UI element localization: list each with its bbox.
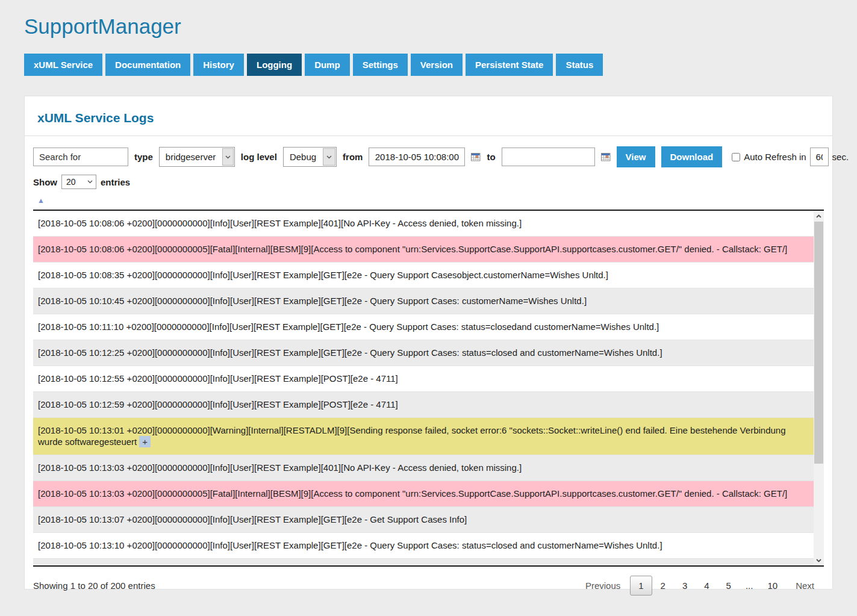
- vertical-scrollbar[interactable]: [814, 211, 824, 565]
- log-column-header[interactable]: ▲: [33, 189, 824, 211]
- log-row-text: [2018-10-05 10:12:59 +0200][0000000000][…: [38, 399, 398, 409]
- pagination-ellipsis: ...: [740, 576, 759, 596]
- pagination: Previous 12345...10 Next: [576, 576, 824, 596]
- log-row-text: [2018-10-05 10:12:55 +0200][0000000000][…: [38, 373, 398, 384]
- show-entries-value: 20: [66, 177, 76, 187]
- log-row-info: [2018-10-05 10:08:06 +0200][0000000000][…: [33, 211, 814, 236]
- pagination-page-5[interactable]: 5: [718, 576, 740, 596]
- scrollbar-thumb[interactable]: [814, 222, 823, 464]
- filter-toolbar: type bridgeserver log level Debug from: [25, 136, 832, 167]
- pagination-page-4[interactable]: 4: [696, 576, 717, 596]
- log-row-fatal: [2018-10-05 10:08:06 +0200][0000000005][…: [33, 236, 814, 262]
- log-row-text: [2018-10-05 10:08:06 +0200][0000000000][…: [38, 218, 522, 228]
- scroll-up-arrow[interactable]: [814, 211, 824, 221]
- log-row-text: [2018-10-05 10:13:07 +0200][0000000000][…: [38, 514, 467, 524]
- top-header: SupportManager: [0, 0, 857, 39]
- to-calendar-icon[interactable]: [601, 152, 611, 162]
- page-title: xUML Service Logs: [37, 111, 154, 125]
- entries-label: entries: [101, 177, 130, 187]
- pagination-page-2[interactable]: 2: [652, 576, 674, 596]
- tab-dump[interactable]: Dump: [305, 54, 350, 76]
- type-label: type: [134, 152, 153, 162]
- log-row-text: [2018-10-05 10:08:35 +0200][0000000000][…: [38, 270, 608, 280]
- logs-panel: xUML Service Logs type bridgeserver log …: [24, 96, 833, 590]
- tab-persistent-state[interactable]: Persistent State: [466, 54, 553, 76]
- tab-settings[interactable]: Settings: [353, 54, 408, 76]
- pagination-page-10[interactable]: 10: [759, 576, 786, 596]
- auto-refresh-group: Auto Refresh in sec.: [732, 148, 849, 166]
- tab-xuml-service[interactable]: xUML Service: [24, 54, 102, 76]
- pagination-previous[interactable]: Previous: [576, 576, 630, 596]
- search-input[interactable]: [33, 148, 128, 166]
- to-label: to: [487, 152, 495, 162]
- log-row-text: [2018-10-05 10:13:10 +0200][0000000000][…: [38, 540, 662, 550]
- log-row-text: [2018-10-05 10:12:25 +0200][0000000000][…: [38, 347, 662, 358]
- chevron-down-icon: [87, 180, 93, 184]
- pagination-next[interactable]: Next: [786, 576, 824, 596]
- view-button[interactable]: View: [617, 146, 655, 167]
- show-entries-control: Show 20 entries: [25, 167, 832, 189]
- log-row-info: [2018-10-05 10:12:25 +0200][0000000000][…: [33, 340, 814, 366]
- log-row-text: [2018-10-05 10:13:03 +0200][0000000000][…: [38, 462, 522, 473]
- log-row-text: [2018-10-05 10:08:06 +0200][0000000005][…: [38, 244, 787, 254]
- log-row-info: [2018-10-05 10:13:10 +0200][0000000000][…: [33, 532, 814, 558]
- app-title: SupportManager: [24, 14, 833, 39]
- from-label: from: [343, 152, 363, 162]
- log-row-text: [2018-10-05 10:13:55 +0200][0000000000][…: [38, 566, 380, 567]
- pagination-page-3[interactable]: 3: [674, 576, 696, 596]
- loglevel-select[interactable]: Debug: [283, 147, 337, 167]
- log-row-fatal: [2018-10-05 10:13:03 +0200][0000000005][…: [33, 481, 814, 506]
- log-table-body: [2018-10-05 10:08:06 +0200][0000000000][…: [33, 211, 814, 567]
- to-date-input[interactable]: [502, 148, 595, 166]
- log-row-info: [2018-10-05 10:13:03 +0200][0000000000][…: [33, 455, 814, 481]
- log-row-text: [2018-10-05 10:13:03 +0200][0000000005][…: [38, 488, 787, 499]
- auto-refresh-label: Auto Refresh in: [744, 152, 806, 162]
- log-row-info: [2018-10-05 10:12:55 +0200][0000000000][…: [33, 366, 814, 391]
- auto-refresh-unit: sec.: [832, 152, 849, 162]
- from-date-input[interactable]: [369, 148, 465, 166]
- log-row-info: [2018-10-05 10:13:55 +0200][0000000000][…: [33, 558, 814, 567]
- log-row-info: [2018-10-05 10:13:07 +0200][0000000000][…: [33, 506, 814, 532]
- chevron-down-icon: [323, 148, 335, 166]
- log-row-info: [2018-10-05 10:08:35 +0200][0000000000][…: [33, 262, 814, 288]
- tab-version[interactable]: Version: [411, 54, 463, 76]
- type-select-value: bridgeserver: [160, 148, 222, 166]
- expand-row-button[interactable]: +: [139, 436, 151, 447]
- show-label: Show: [33, 177, 57, 187]
- showing-info: Showing 1 to 20 of 200 entries: [33, 580, 155, 591]
- show-entries-select[interactable]: 20: [61, 175, 96, 189]
- download-button[interactable]: Download: [661, 146, 723, 167]
- log-row-info: [2018-10-05 10:10:45 +0200][0000000000][…: [33, 288, 814, 314]
- panel-header: xUML Service Logs: [25, 96, 832, 136]
- tab-history[interactable]: History: [193, 54, 244, 76]
- pagination-pages: 12345...10: [630, 576, 786, 596]
- log-row-info: [2018-10-05 10:12:59 +0200][0000000000][…: [33, 391, 814, 417]
- scroll-down-arrow[interactable]: [814, 555, 824, 565]
- table-footer: Showing 1 to 20 of 200 entries Previous …: [25, 567, 832, 596]
- loglevel-select-value: Debug: [284, 148, 322, 166]
- type-select[interactable]: bridgeserver: [159, 147, 235, 167]
- auto-refresh-checkbox[interactable]: [732, 153, 740, 161]
- log-row-text: [2018-10-05 10:11:10 +0200][0000000000][…: [38, 322, 659, 332]
- log-row-text: [2018-10-05 10:10:45 +0200][0000000000][…: [38, 296, 587, 306]
- log-table: [2018-10-05 10:08:06 +0200][0000000000][…: [33, 211, 824, 567]
- sort-ascending-icon[interactable]: ▲: [37, 196, 45, 205]
- tab-documentation[interactable]: Documentation: [105, 54, 190, 76]
- tab-bar: xUML ServiceDocumentationHistoryLoggingD…: [24, 54, 833, 76]
- tab-status[interactable]: Status: [556, 54, 603, 76]
- log-row-warning: [2018-10-05 10:13:01 +0200][0000000000][…: [33, 417, 814, 455]
- auto-refresh-seconds-input[interactable]: [810, 148, 829, 166]
- chevron-down-icon: [222, 148, 234, 166]
- tab-logging[interactable]: Logging: [247, 54, 302, 76]
- loglevel-label: log level: [241, 152, 277, 162]
- pagination-page-1[interactable]: 1: [630, 576, 652, 596]
- log-row-info: [2018-10-05 10:11:10 +0200][0000000000][…: [33, 314, 814, 340]
- from-calendar-icon[interactable]: [471, 152, 481, 162]
